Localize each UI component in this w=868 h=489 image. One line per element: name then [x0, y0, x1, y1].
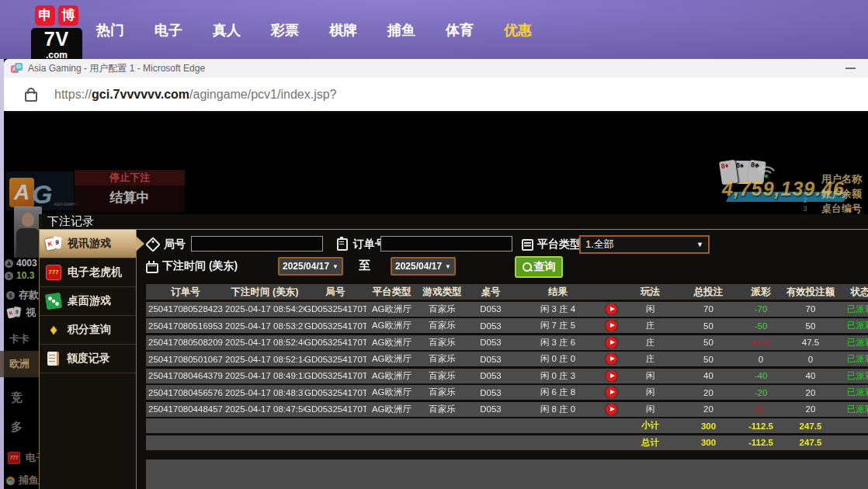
order-number-label: 订单号 [335, 238, 386, 251]
minimize-icon[interactable] [845, 68, 856, 69]
replay-play-icon[interactable] [606, 387, 617, 398]
date-from-picker[interactable]: 2025/04/17 ▼ [278, 257, 343, 276]
header-valid: 有效投注额 [784, 286, 837, 299]
nav-item-slots[interactable]: 电子 [155, 21, 182, 40]
sidebar-item-slot-machines[interactable]: 电子老虎机 [40, 258, 136, 287]
url-text[interactable]: https://gci.7vvvvvv.com/agingame/pcv1/in… [54, 88, 337, 102]
lobby-menu-europe[interactable]: 欧洲 [9, 357, 30, 371]
cell-total-bet: 20 [679, 404, 738, 414]
cell-total-bet: 50 [679, 321, 738, 331]
table-row: 250417080528423 2025-04-17 08:54:20 GD05… [146, 302, 868, 317]
cell-total-bet: 20 [679, 388, 738, 397]
replay-play-icon[interactable] [606, 320, 617, 331]
screen: 申 博 7V .com 热门 电子 真人 彩票 棋牌 捕鱼 体育 优惠 Asia… [0, 0, 868, 489]
lobby-menu-card[interactable]: 卡卡 [9, 332, 30, 346]
lobby-menu-multi[interactable]: 多 [11, 420, 23, 435]
cell-payout: -50 [738, 321, 784, 331]
sidebar-label: 电子老虎机 [68, 265, 122, 279]
replay-play-icon[interactable] [606, 370, 617, 382]
deposit-label: 存款 [19, 288, 39, 302]
nav-item-live[interactable]: 真人 [213, 21, 241, 40]
cell-total-bet: 40 [679, 371, 738, 380]
multi-fragment: 多 [11, 420, 23, 435]
total-row: 总计 300 -112.5 247.5 [146, 435, 868, 450]
sidebar-item-quota-records[interactable]: 额度记录 [40, 345, 136, 373]
nav-item-lottery[interactable]: 彩票 [271, 21, 299, 40]
header-result: 结果 [514, 286, 602, 299]
replay-play-icon[interactable] [606, 353, 617, 365]
cell-table-number: D053 [467, 388, 514, 397]
playing-cards-icon [46, 236, 61, 251]
replay-cell [602, 337, 621, 349]
chevron-down-icon: ▼ [696, 241, 703, 248]
header-status: 状态 [837, 286, 868, 299]
round-number-label: 局号 [148, 238, 186, 251]
user-icon: ♟ [5, 259, 13, 268]
cell-total-bet: 70 [679, 304, 738, 314]
lobby-menu-sport[interactable]: 竞 [11, 390, 23, 405]
nav-item-sports[interactable]: 体育 [446, 21, 474, 40]
replay-cell [602, 303, 621, 315]
cell-table-number: D053 [467, 355, 514, 364]
url-path: /agingame/pcv1/index.jsp? [189, 88, 336, 101]
cell-platform: AG欧洲厅 [366, 370, 417, 382]
total-payout: -112.5 [738, 438, 784, 447]
address-bar[interactable]: https://gci.7vvvvvv.com/agingame/pcv1/in… [4, 78, 868, 113]
sidebar-item-points-query[interactable]: 积分查询 [40, 316, 136, 345]
nav-item-fishing[interactable]: 捕鱼 [387, 21, 415, 40]
cell-status: 已派彩 [837, 404, 868, 415]
bet-records-table: 订单号 下注时间 (美东) 局号 平台类型 游戏类型 桌号 结果 玩法 总投注 … [146, 284, 868, 452]
cell-result: 闲 3 庄 4 [514, 303, 602, 315]
cell-round-number: GD053254170TG [304, 338, 366, 347]
sidebar-item-video-games[interactable]: 视讯游戏 [40, 230, 136, 258]
window-titlebar[interactable]: Asia Gaming - 用户配置 1 - Microsoft Edge [4, 59, 868, 78]
replay-cell [602, 387, 621, 398]
url-domain: gci.7vvvvvv.com [92, 88, 189, 101]
table-body: 250417080528423 2025-04-17 08:54:20 GD05… [146, 302, 868, 417]
nav-item-hot[interactable]: 热门 [96, 21, 124, 40]
header-time: 下注时间 (美东) [225, 286, 304, 299]
chevron-down-icon: ▼ [445, 263, 451, 270]
replay-play-icon[interactable] [606, 303, 617, 315]
cell-table-number: D053 [467, 371, 514, 380]
date-to-value: 2025/04/17 [395, 261, 442, 272]
cell-order-number: 250417080528423 [146, 304, 225, 314]
search-button-label: 查询 [534, 260, 556, 274]
cell-order-number: 250417080456576 [146, 388, 225, 397]
site-logo[interactable]: 申 博 7V .com [31, 5, 82, 61]
site-top-nav: 申 博 7V .com 热门 电子 真人 彩票 棋牌 捕鱼 体育 优惠 [0, 0, 868, 59]
order-number-input[interactable] [380, 236, 512, 251]
cell-platform: AG欧洲厅 [366, 320, 417, 331]
document-icon [47, 352, 59, 366]
platform-type-select[interactable]: 1.全部 ▼ [579, 235, 710, 254]
replay-play-icon[interactable] [606, 337, 617, 349]
sidebar-item-table-games[interactable]: 桌面游戏 [40, 287, 136, 316]
cell-table-number: D053 [467, 321, 514, 331]
sidebar-label: 积分查询 [68, 323, 111, 337]
cell-platform: AG欧洲厅 [366, 404, 417, 415]
money-icon: $ [5, 272, 13, 280]
nav-item-chess[interactable]: 棋牌 [329, 21, 357, 40]
logo-7v: 7V [31, 28, 82, 51]
cell-game-type: 百家乐 [417, 387, 467, 398]
lock-icon[interactable] [25, 92, 37, 102]
lobby-menu-video[interactable]: 视 [6, 305, 36, 321]
cell-platform: AG欧洲厅 [366, 337, 417, 349]
round-number-input[interactable] [191, 236, 323, 251]
ag-logo-g: G [32, 181, 52, 207]
nav-item-promo[interactable]: 优惠 [504, 21, 532, 40]
date-to-picker[interactable]: 2025/04/17 ▼ [391, 257, 456, 276]
cell-table-number: D053 [467, 304, 514, 314]
chevron-down-icon: ▼ [332, 263, 339, 270]
table-info-labels: 用户名称 账户余额 桌台编号 [821, 172, 862, 216]
replay-play-icon[interactable] [606, 404, 617, 415]
sidebar-label: 桌面游戏 [68, 294, 111, 308]
wifi-icon [756, 164, 776, 182]
subtotal-row: 小计 300 -112.5 247.5 [146, 418, 868, 433]
table-status-panel: 停止下注 结算中 [75, 170, 185, 212]
cell-valid-bet: 40 [784, 371, 837, 380]
cell-payout: 0 [738, 355, 784, 364]
cell-total-bet: 50 [679, 355, 738, 364]
lobby-menu-deposit[interactable]: $ 存款 [6, 288, 39, 302]
search-button[interactable]: 查询 [515, 256, 563, 278]
